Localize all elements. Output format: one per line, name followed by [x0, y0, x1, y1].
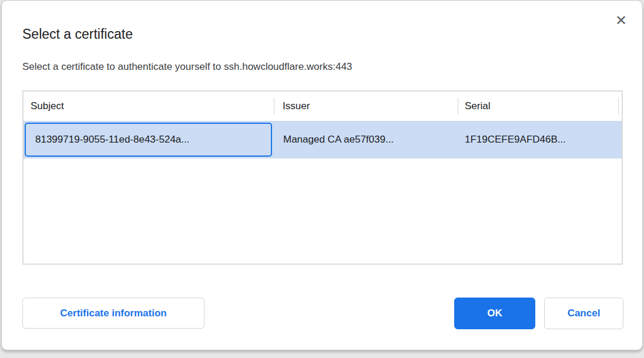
- column-header-issuer[interactable]: Issuer: [274, 92, 458, 121]
- column-header-serial-label: Serial: [465, 100, 490, 112]
- table-header: Subject Issuer Serial: [24, 92, 622, 121]
- column-header-subject-label: Subject: [31, 100, 64, 112]
- certificate-table: Subject Issuer Serial 81399719-9055-11ed…: [22, 90, 623, 265]
- certificate-picker-dialog: ✕ Select a certificate Select a certific…: [1, 0, 643, 350]
- ok-button[interactable]: OK: [454, 298, 535, 329]
- column-divider: [274, 98, 274, 114]
- cancel-button[interactable]: Cancel: [544, 298, 623, 329]
- dialog-title: Select a certificate: [22, 26, 133, 42]
- column-header-serial[interactable]: Serial: [458, 92, 622, 121]
- close-icon[interactable]: ✕: [612, 11, 630, 30]
- certificate-information-button[interactable]: Certificate information: [22, 298, 204, 329]
- certificate-row-selected[interactable]: 81399719-9055-11ed-8e43-524a... Managed …: [24, 121, 622, 158]
- column-header-issuer-label: Issuer: [283, 100, 310, 112]
- dialog-subtitle: Select a certificate to authenticate you…: [22, 61, 352, 73]
- column-header-subject[interactable]: Subject: [24, 92, 274, 121]
- cell-serial: 1F19CEFE9AFD46B...: [458, 121, 622, 158]
- column-divider: [618, 98, 619, 114]
- cell-issuer: Managed CA ae57f039...: [274, 121, 458, 158]
- column-divider: [458, 98, 458, 114]
- cell-subject: 81399719-9055-11ed-8e43-524a...: [24, 121, 274, 158]
